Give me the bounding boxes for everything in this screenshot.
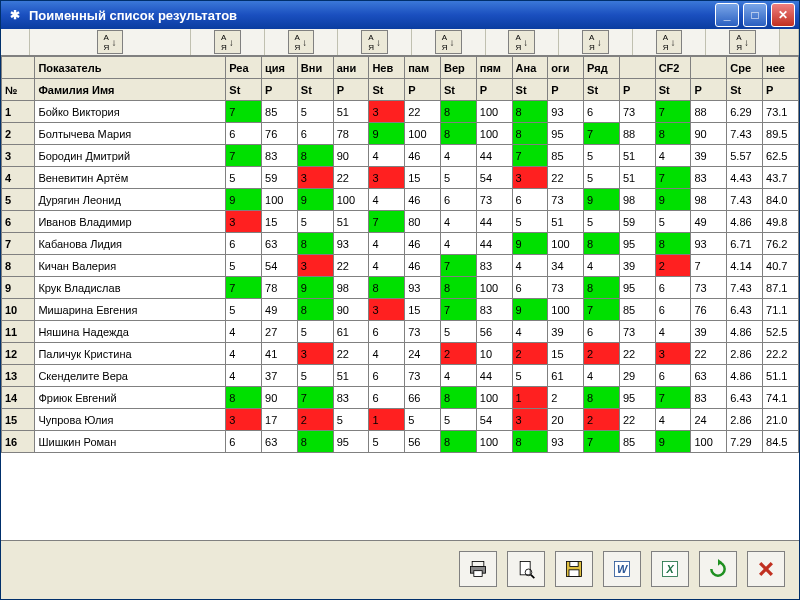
table-row[interactable]: 3Бородин Дмитрий7838904464447855514395.5… [2, 145, 799, 167]
col-field-10[interactable]: St [512, 79, 548, 101]
cell: 6 [512, 277, 548, 299]
close-footer-button[interactable] [747, 551, 785, 587]
table-row[interactable]: 6Иванов Владимир3155517804445515595494.8… [2, 211, 799, 233]
col-field-7[interactable]: P [405, 79, 441, 101]
col-field-16[interactable]: St [727, 79, 763, 101]
col-field-5[interactable]: P [333, 79, 369, 101]
col-field-0[interactable]: № [2, 79, 35, 101]
preview-button[interactable] [507, 551, 545, 587]
table-row[interactable]: 5Дурягин Леонид910091004466736739989987.… [2, 189, 799, 211]
table-row[interactable]: 7Кабанова Лидия66389344644491008958936.7… [2, 233, 799, 255]
cell: 24 [691, 409, 727, 431]
col-field-12[interactable]: St [584, 79, 620, 101]
col-group-7[interactable]: пам [405, 57, 441, 79]
col-field-6[interactable]: St [369, 79, 405, 101]
col-field-9[interactable]: P [476, 79, 512, 101]
table-row[interactable]: 16Шишкин Роман663895556810089378591007.2… [2, 431, 799, 453]
minimize-button[interactable]: _ [715, 3, 739, 27]
col-group-3[interactable]: ция [262, 57, 298, 79]
col-field-8[interactable]: St [440, 79, 476, 101]
results-grid[interactable]: ПоказательРеацияВнианиНевпамВерпямАнаоги… [1, 56, 799, 541]
cell: 5 [226, 255, 262, 277]
sort-button-1[interactable]: АЯ↓ [214, 30, 241, 54]
cell: 7 [512, 145, 548, 167]
col-field-3[interactable]: P [262, 79, 298, 101]
maximize-button[interactable]: □ [743, 3, 767, 27]
cell: 76 [691, 299, 727, 321]
close-button[interactable]: ✕ [771, 3, 795, 27]
table-row[interactable]: 8Кичан Валерия554322446783434439274.1440… [2, 255, 799, 277]
col-field-1[interactable]: Фамилия Имя [35, 79, 226, 101]
cell: 100 [405, 123, 441, 145]
col-field-2[interactable]: St [226, 79, 262, 101]
cell: 4 [226, 321, 262, 343]
col-field-13[interactable]: P [619, 79, 655, 101]
table-row[interactable]: 4Веневитин Артём5593223155543225517834.4… [2, 167, 799, 189]
col-group-6[interactable]: Нев [369, 57, 405, 79]
table-row[interactable]: 9Крук Владислав77899889381006738956737.4… [2, 277, 799, 299]
col-field-15[interactable]: P [691, 79, 727, 101]
col-group-5[interactable]: ани [333, 57, 369, 79]
sort-button-3[interactable]: АЯ↓ [361, 30, 388, 54]
save-button[interactable] [555, 551, 593, 587]
table-row[interactable]: 12Паличук Кристина4413224242102152223222… [2, 343, 799, 365]
col-group-1[interactable]: Показатель [35, 57, 226, 79]
cell: 84.0 [763, 189, 799, 211]
export-word-button[interactable]: W [603, 551, 641, 587]
sort-button-5[interactable]: АЯ↓ [508, 30, 535, 54]
col-group-15[interactable] [691, 57, 727, 79]
cell: 62.5 [763, 145, 799, 167]
sort-button-8[interactable]: АЯ↓ [729, 30, 756, 54]
col-field-17[interactable]: P [763, 79, 799, 101]
sort-button-7[interactable]: АЯ↓ [656, 30, 683, 54]
cell: 61 [333, 321, 369, 343]
cell: 7 [369, 211, 405, 233]
cell: 6 [584, 101, 620, 123]
table-row[interactable]: 11Няшина Надежда4275616735564396734394.8… [2, 321, 799, 343]
col-group-12[interactable]: Ряд [584, 57, 620, 79]
table-row[interactable]: 13Скенделите Вера4375516734445614296634.… [2, 365, 799, 387]
sort-button-4[interactable]: АЯ↓ [435, 30, 462, 54]
table-row[interactable]: 14Фриюк Евгений8907836668100128957836.43… [2, 387, 799, 409]
cell: 4.14 [727, 255, 763, 277]
sort-button-name[interactable]: АЯ↓ [97, 30, 124, 54]
col-field-14[interactable]: St [655, 79, 691, 101]
student-name: Чупрова Юлия [35, 409, 226, 431]
cell: 9 [512, 233, 548, 255]
cell: 8 [655, 233, 691, 255]
student-name: Дурягин Леонид [35, 189, 226, 211]
table-row[interactable]: 10Мишарина Евгения5498903157839100785676… [2, 299, 799, 321]
cell: 44 [476, 365, 512, 387]
print-button[interactable] [459, 551, 497, 587]
cell: 78 [333, 123, 369, 145]
col-group-13[interactable] [619, 57, 655, 79]
cell: 2 [297, 409, 333, 431]
sort-button-2[interactable]: АЯ↓ [288, 30, 315, 54]
col-group-14[interactable]: CF2 [655, 57, 691, 79]
cell: 8 [584, 233, 620, 255]
table-row[interactable]: 2Болтычева Мария676678910081008957888907… [2, 123, 799, 145]
table-row[interactable]: 15Чупрова Юлия31725155543202224242.8621.… [2, 409, 799, 431]
col-group-4[interactable]: Вни [297, 57, 333, 79]
svg-line-5 [531, 575, 534, 578]
refresh-button[interactable] [699, 551, 737, 587]
col-group-8[interactable]: Вер [440, 57, 476, 79]
cell: 54 [476, 167, 512, 189]
cell: 15 [405, 299, 441, 321]
export-excel-button[interactable]: X [651, 551, 689, 587]
col-group-0[interactable] [2, 57, 35, 79]
col-field-11[interactable]: P [548, 79, 584, 101]
col-group-2[interactable]: Реа [226, 57, 262, 79]
cell: 9 [369, 123, 405, 145]
col-field-4[interactable]: St [297, 79, 333, 101]
cell: 98 [619, 189, 655, 211]
col-group-9[interactable]: пям [476, 57, 512, 79]
col-group-10[interactable]: Ана [512, 57, 548, 79]
sort-button-6[interactable]: АЯ↓ [582, 30, 609, 54]
col-group-17[interactable]: нее [763, 57, 799, 79]
col-group-16[interactable]: Сре [727, 57, 763, 79]
col-group-11[interactable]: оги [548, 57, 584, 79]
table-row[interactable]: 1Бойко Виктория78555132281008936737886.2… [2, 101, 799, 123]
cell: 46 [405, 189, 441, 211]
cell: 85 [619, 299, 655, 321]
